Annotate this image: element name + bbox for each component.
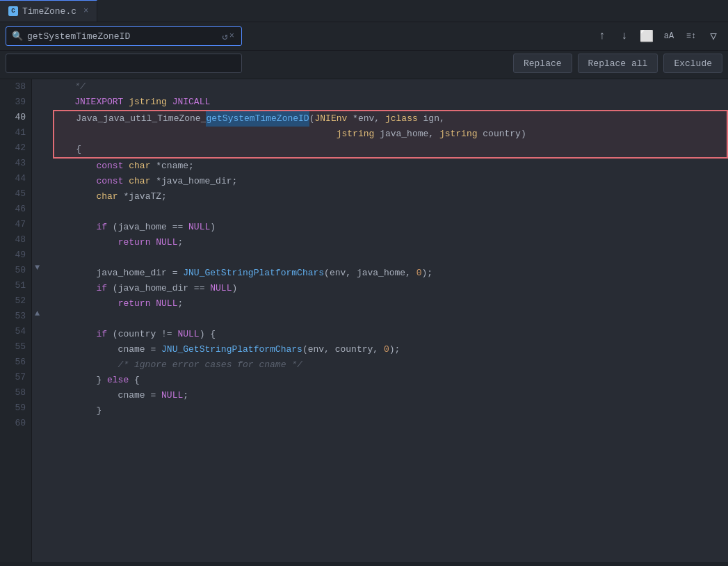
line-num-56: 56	[6, 355, 26, 370]
regex-button[interactable]: ≡↕	[682, 27, 700, 45]
tab-timezone-c[interactable]: C TimeZone.c ×	[0, 0, 97, 22]
code-line-44: const char *java_home_dir;	[53, 174, 728, 189]
replace-button[interactable]: Replace	[513, 54, 572, 73]
action-buttons: Replace Replace all Exclude	[513, 54, 722, 73]
code-line-47: if (java_home == NULL)	[53, 220, 728, 235]
code-line-51: if (java_home_dir == NULL)	[53, 281, 728, 296]
code-line-41: jstring java_home, jstring country)	[54, 127, 727, 142]
search-match-highlight: getSystemTimeZoneID	[206, 111, 309, 127]
line-num-38: 38	[6, 79, 26, 95]
code-line-43: const char *cname;	[53, 159, 728, 174]
line-num-58: 58	[6, 385, 26, 401]
filter-button[interactable]: ▽	[704, 27, 722, 45]
line-numbers: 38 39 40 41 42 43 44 45 46 47 48 49 50 5…	[0, 79, 32, 562]
code-line-55: cname = JNU_GetStringPlatformChars(env, …	[53, 342, 728, 357]
tab-close-button[interactable]: ×	[83, 6, 88, 16]
tab-filename: TimeZone.c	[22, 6, 76, 17]
editor-area: 38 39 40 41 42 43 44 45 46 47 48 49 50 5…	[0, 79, 728, 562]
search-bar: 🔍 ↺ × ↑ ↓ ⬜ aA ≡↕ ▽	[0, 22, 728, 51]
tab-bar: C TimeZone.c ×	[0, 0, 728, 22]
line-num-49: 49	[6, 248, 26, 263]
line-num-40: 40	[6, 110, 26, 125]
arrow-down-button[interactable]: ↓	[615, 27, 633, 45]
code-line-57: } else {	[53, 373, 728, 388]
line-num-42: 42	[6, 140, 26, 156]
left-gutter: ▼ ▲	[32, 79, 47, 562]
line-num-60: 60	[6, 416, 26, 431]
code-line-53	[53, 312, 728, 327]
case-sensitive-button[interactable]: aA	[660, 27, 678, 45]
replace-bar: Replace Replace all Exclude	[0, 51, 728, 79]
line-num-46: 46	[6, 202, 26, 217]
tab-file-icon: C	[8, 6, 18, 16]
line-num-44: 44	[6, 171, 26, 186]
line-num-52: 52	[6, 293, 26, 309]
line-num-53: 53	[6, 309, 26, 324]
line-num-39: 39	[6, 95, 26, 110]
code-line-58: cname = NULL;	[53, 388, 728, 403]
line-num-51: 51	[6, 278, 26, 293]
replace-all-button[interactable]: Replace all	[578, 54, 658, 73]
replace-input[interactable]	[12, 58, 236, 69]
code-line-38: */	[53, 79, 728, 95]
line-num-47: 47	[6, 217, 26, 232]
code-line-52: return NULL;	[53, 296, 728, 312]
code-line-56: /* ignore error cases for cname */	[53, 357, 728, 373]
code-line-48: return NULL;	[53, 235, 728, 250]
line-num-59: 59	[6, 401, 26, 416]
code-line-45: char *javaTZ;	[53, 189, 728, 204]
code-line-54: if (country != NULL) {	[53, 327, 728, 342]
code-line-59: }	[53, 403, 728, 419]
fold-icon-54[interactable]: ▼	[35, 263, 40, 273]
code-line-60	[53, 419, 728, 434]
fold-icon-57[interactable]: ▲	[35, 309, 40, 318]
arrow-up-button[interactable]: ↑	[593, 27, 611, 45]
search-clear-button[interactable]: ×	[228, 31, 236, 41]
search-undo-button[interactable]: ↺	[222, 31, 227, 42]
line-num-57: 57	[6, 370, 26, 385]
exclude-button[interactable]: Exclude	[663, 54, 722, 73]
toolbar-icons: ↑ ↓ ⬜ aA ≡↕ ▽	[593, 27, 722, 45]
code-line-50: java_home_dir = JNU_GetStringPlatformCha…	[53, 266, 728, 281]
line-num-54: 54	[6, 324, 26, 339]
word-wrap-button[interactable]: ⬜	[638, 27, 656, 45]
line-num-50: 50	[6, 263, 26, 278]
line-num-41: 41	[6, 125, 26, 140]
line-num-48: 48	[6, 232, 26, 248]
search-magnify-icon: 🔍	[12, 31, 23, 42]
code-line-49	[53, 250, 728, 266]
line-num-43: 43	[6, 156, 26, 171]
code-line-39: JNIEXPORT jstring JNICALL	[53, 95, 728, 110]
line-num-45: 45	[6, 186, 26, 202]
code-line-46	[53, 204, 728, 220]
search-input[interactable]	[27, 31, 222, 42]
code-content[interactable]: */ JNIEXPORT jstring JNICALL Java_java_u…	[47, 79, 728, 562]
replace-input-wrapper	[6, 54, 242, 73]
search-input-wrapper: 🔍 ↺ ×	[6, 26, 242, 46]
line-num-55: 55	[6, 339, 26, 355]
code-line-40: Java_java_util_TimeZone_getSystemTimeZon…	[54, 111, 727, 127]
code-line-42: {	[54, 142, 727, 157]
